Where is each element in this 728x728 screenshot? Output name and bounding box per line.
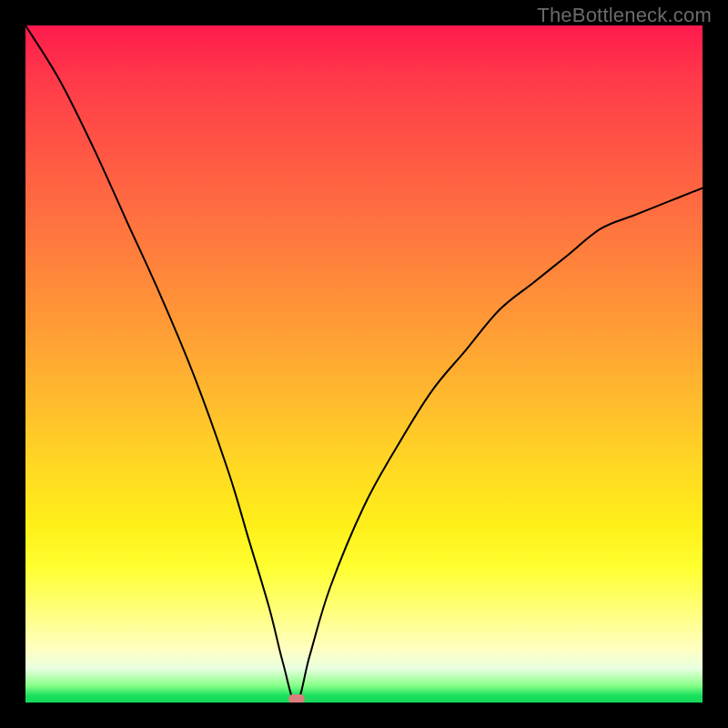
optimum-marker bbox=[288, 694, 305, 703]
bottleneck-curve bbox=[25, 25, 703, 703]
plot-area bbox=[25, 25, 703, 703]
curve-path bbox=[25, 25, 703, 703]
watermark-text: TheBottleneck.com bbox=[537, 4, 712, 27]
chart-frame: TheBottleneck.com bbox=[0, 0, 728, 728]
